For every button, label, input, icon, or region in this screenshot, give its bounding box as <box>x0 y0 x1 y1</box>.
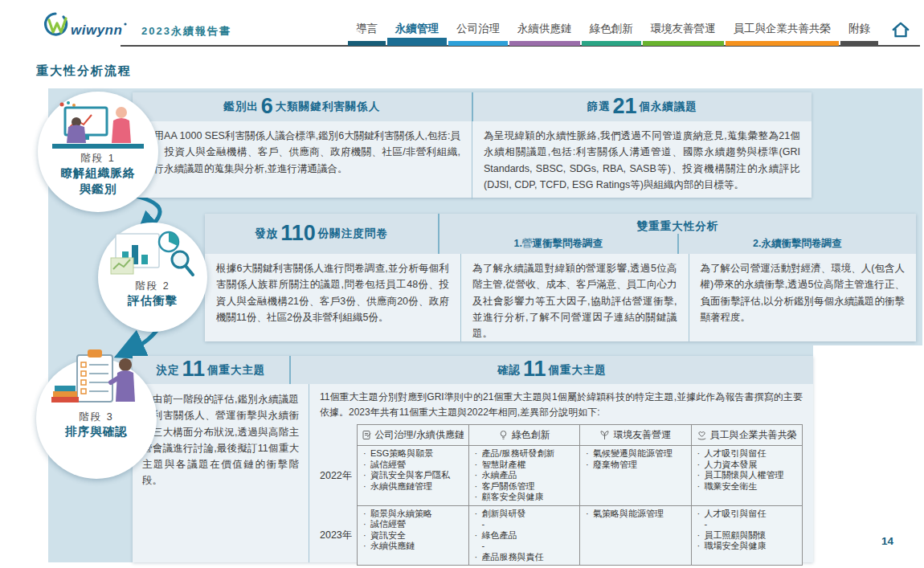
year-column-spacer <box>320 424 357 446</box>
topic-item: ·顧客安全與健康 <box>475 492 574 503</box>
title-number: 21 <box>612 96 636 117</box>
nav-item-underline <box>348 41 386 46</box>
nav-item[interactable]: 永續供應鏈 <box>509 22 580 46</box>
table-column-label: 員工與企業共善共榮 <box>710 428 797 442</box>
nav-item-label: 永續供應鏈 <box>509 22 580 41</box>
employee-icon <box>697 430 707 440</box>
stage-circle-3: 階段 3 排序與確認 <box>36 358 157 479</box>
nav-item[interactable]: 永續管理 <box>387 22 447 46</box>
title-text: 個重大主題 <box>549 363 607 378</box>
brand-text: wiwynn <box>71 22 122 38</box>
stage-label: 階段 2 <box>135 280 170 293</box>
title-text: 發放 <box>255 227 278 241</box>
table-row: 2023年·願景與永續策略·誠信經營·資訊安全·永續供應鏈·創新與研發·-·綠色… <box>320 506 803 566</box>
home-icon[interactable] <box>890 19 911 40</box>
row-year-label: 2022年 <box>320 446 357 506</box>
environment-icon <box>599 430 610 440</box>
nav-item-label: 員工與企業共善共榮 <box>726 22 840 41</box>
stage-circle-1: 階段 1 瞭解組織脈絡 與鑑別 <box>38 92 158 212</box>
nav-item-label: 永續管理 <box>387 22 447 38</box>
table-cell: ·ESG策略與願景·誠信經營·資訊安全與客戶隱私·永續供應鏈管理 <box>357 446 468 506</box>
dual-materiality-title: 雙重重大性分析 <box>440 214 916 234</box>
topic-item: ·綠色產品 <box>475 530 574 541</box>
topic-item: ·創新與研發 <box>475 509 574 520</box>
nav-item-label: 環境友善營運 <box>643 22 724 41</box>
topic-item: ·- <box>697 519 797 530</box>
analysis-illustration <box>109 229 196 279</box>
report-title: 2023永續報告書 <box>141 24 231 39</box>
stage3-right-content: 11個重大主題分別對應到GRI準則中的21個重大主題與1個屬於緯穎科技的特定主題… <box>309 384 813 562</box>
topic-item: ·職場安全與健康 <box>697 541 797 552</box>
topic-item: ·- <box>475 519 574 530</box>
stage1-right-title: 篩選21個永續議題 <box>472 92 812 121</box>
topic-item: ·- <box>475 541 574 552</box>
title-text: 確認 <box>497 363 521 378</box>
table-cell: ·氣候變遷與能源管理·廢棄物管理 <box>579 446 691 506</box>
topic-item: ·員工照顧與關懷 <box>697 530 797 541</box>
sustainability-impact-subtitle: 2.永續衝擊問卷調查 <box>677 234 917 254</box>
table-column-header: 員工與企業共善共榮 <box>691 424 803 446</box>
topic-item: ·誠信經營 <box>363 460 463 471</box>
table-cell: ·氣策略與能源管理 <box>579 506 691 566</box>
green-innovation-icon <box>498 430 509 440</box>
table-intro-text: 11個重大主題分別對應到GRI準則中的21個重大主題與1個屬於緯穎科技的特定主題… <box>320 390 803 419</box>
nav-item-label: 導言 <box>348 22 386 41</box>
title-number: 11 <box>182 358 205 380</box>
stage3-left-title: 決定11個重大主題 <box>133 356 289 384</box>
title-text: 鑑別出 <box>223 100 259 114</box>
table-cell: ·人才吸引與留任·人力資本發展·員工關懷與人權管理·職業安全衛生 <box>691 446 803 506</box>
title-text: 個重大主題 <box>207 363 266 378</box>
title-text: 份關注度問卷 <box>318 227 388 241</box>
stage2-left-title: 發放110份關注度問卷 <box>205 214 440 254</box>
table-column-label: 綠色創新 <box>512 428 550 442</box>
stage-label: 階段 3 <box>79 411 113 424</box>
nav-item[interactable]: 員工與企業共善共榮 <box>726 22 840 46</box>
nav-item-underline <box>582 41 641 46</box>
topic-item: ·人才吸引與留任 <box>697 448 797 460</box>
stage1-left-title: 鑑別出6大類關鍵利害關係人 <box>133 92 472 121</box>
nav-item-label: 綠色創新 <box>582 22 641 41</box>
page-title: 重大性分析流程 <box>36 63 132 79</box>
page-number: 14 <box>881 535 893 547</box>
topic-item: ·客戶關係管理 <box>475 481 574 492</box>
table-column-label: 環境友善營運 <box>613 428 671 442</box>
nav-item[interactable]: 附錄 <box>840 22 878 46</box>
main-nav: 導言永續管理公司治理永續供應鏈綠色創新環境友善營運員工與企業共善共榮附錄 <box>347 22 879 46</box>
stage-circle-2: 階段 2 評估衝擊 <box>98 223 207 332</box>
stage3-right-title: 確認11個重大主題 <box>289 356 813 384</box>
title-text: 大類關鍵利害關係人 <box>276 100 381 114</box>
stage-name: 評估衝擊 <box>128 293 178 309</box>
table-cell: ·創新與研發·-·綠色產品·-·產品服務與責任 <box>468 506 580 566</box>
stage-label: 階段 1 <box>80 152 115 165</box>
topic-item: ·智慧財產權 <box>475 460 574 471</box>
stage2-survey-text: 根據6大關鍵利害關係人進行問卷調查,並分析每個利害關係人族群所關注的議題,問卷包… <box>205 254 460 341</box>
topic-item: ·永續供應鏈管理 <box>363 481 463 492</box>
nav-item[interactable]: 公司治理 <box>448 22 508 46</box>
title-number: 6 <box>261 96 273 117</box>
title-text: 篩選 <box>587 100 610 114</box>
table-column-header: 綠色創新 <box>468 424 580 446</box>
nav-item[interactable]: 導言 <box>348 22 386 46</box>
topic-item: ·人才吸引與留任 <box>697 509 797 520</box>
title-number: 110 <box>280 223 316 244</box>
topic-item: ·資訊安全與客戶隱私 <box>363 470 463 481</box>
nav-item-underline <box>840 41 878 46</box>
nav-item[interactable]: 綠色創新 <box>582 22 641 46</box>
stage1-box: 鑑別出6大類關鍵利害關係人 篩選21個永續議題 採用AA 1000 SES利害關… <box>133 92 812 198</box>
topic-item: ·永續供應鏈 <box>363 541 463 552</box>
nav-item-label: 公司治理 <box>448 22 508 41</box>
topic-item: ·員工關懷與人權管理 <box>697 470 797 481</box>
stage2-sustainability-text: 為了解公司營運活動對經濟、環境、人(包含人權)帶來的永續衝擊,透過5位高階主管進… <box>689 254 917 341</box>
nav-item[interactable]: 環境友善營運 <box>643 22 724 46</box>
stage-name: 瞭解組織脈絡 與鑑別 <box>61 165 136 197</box>
table-cell: ·產品/服務研發創新·智慧財產權·永續產品·客戶關係管理·顧客安全與健康 <box>468 446 580 506</box>
topic-item: ·永續產品 <box>475 470 574 481</box>
wiwynn-logo[interactable]: wiwynn <box>42 10 137 42</box>
table-cell: ·人才吸引與留任·-·員工照顧與關懷·職場安全與健康 <box>691 506 803 566</box>
topic-item: ·誠信經營 <box>363 519 463 530</box>
topic-item: ·資訊安全 <box>363 530 463 541</box>
topic-item: ·產品/服務研發創新 <box>475 448 574 460</box>
title-text: 決定 <box>156 363 179 378</box>
title-number: 11 <box>523 358 546 380</box>
topic-item: ·廢棄物管理 <box>586 460 685 471</box>
